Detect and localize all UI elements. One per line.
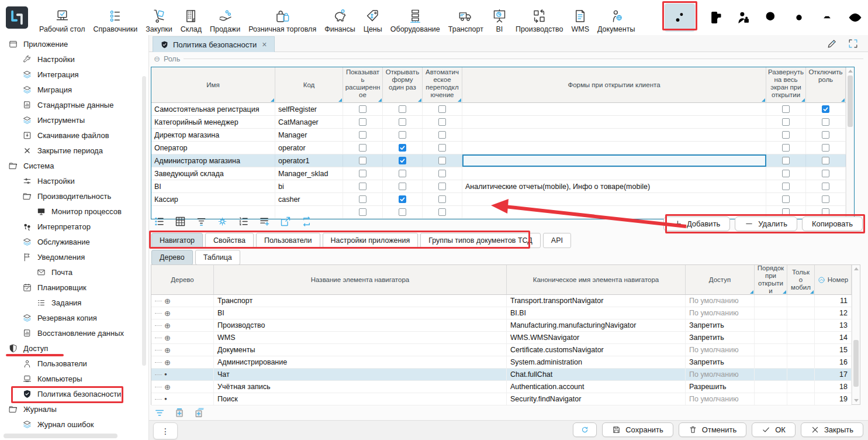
role-checkbox-cell[interactable] <box>766 116 806 128</box>
sidebar-vertical-scrollbar[interactable] <box>142 76 146 366</box>
checkbox[interactable] <box>438 144 446 152</box>
navigator-name-cell[interactable]: Документы <box>214 344 507 356</box>
role-checkbox-cell[interactable] <box>766 193 806 205</box>
user-lock-icon[interactable] <box>735 9 751 26</box>
order-cell[interactable] <box>755 393 787 405</box>
numbered-list-icon[interactable] <box>237 215 250 228</box>
toolbar-item-warehouse[interactable]: Склад <box>177 2 206 33</box>
fullscreen-icon[interactable] <box>848 38 859 49</box>
toolbar-item-transport[interactable]: Транспорт <box>444 2 487 33</box>
mobile-only-cell[interactable] <box>787 344 815 356</box>
checkbox[interactable] <box>399 170 406 177</box>
role-checkbox-cell[interactable] <box>806 193 846 205</box>
checkbox[interactable] <box>822 105 829 113</box>
access-cell[interactable]: По умолчанию <box>686 344 755 356</box>
checkbox[interactable] <box>359 195 366 203</box>
number-cell[interactable]: 15 <box>815 344 852 356</box>
mobile-only-cell[interactable] <box>787 356 815 368</box>
column-header[interactable]: Название элемента навигатора <box>214 265 507 294</box>
column-header[interactable]: Формы при открытии клиента <box>462 67 766 102</box>
tab-close-icon[interactable]: × <box>262 40 267 49</box>
checkbox[interactable] <box>782 131 790 139</box>
toolbar-item-production[interactable]: Производство <box>511 2 568 33</box>
delete-button[interactable]: Удалить <box>735 216 797 231</box>
checkbox[interactable] <box>399 195 406 203</box>
navigator-row[interactable]: ⊕BIBI.BIПо умолчанию12 <box>151 307 852 319</box>
view-tab[interactable]: Дерево <box>151 250 193 265</box>
list-view-icon[interactable] <box>153 215 165 228</box>
order-cell[interactable] <box>755 319 787 331</box>
sidebar-item[interactable]: Журналы <box>0 401 148 417</box>
role-name-cell[interactable]: Самостоятельная регистрация <box>151 103 275 115</box>
role-forms-cell[interactable] <box>462 103 766 115</box>
access-cell[interactable]: Запретить <box>686 332 755 343</box>
tree-cell[interactable]: ⊕ <box>151 356 214 368</box>
role-checkbox-cell[interactable] <box>423 116 462 128</box>
role-row[interactable]: Операторoperator <box>151 142 846 154</box>
role-row[interactable]: Кассирcasher <box>151 193 846 206</box>
edit-pencil-icon[interactable] <box>826 38 838 49</box>
navigator-row[interactable]: ●ПоискSecurity.findNavigatorПо умолчанию… <box>151 393 852 405</box>
navigator-row[interactable]: ●ЧатChat.fullChatПо умолчанию17 <box>151 369 852 381</box>
navigator-name-cell[interactable]: WMS <box>214 332 507 343</box>
expand-node-icon[interactable]: ⊕ <box>164 346 171 354</box>
role-forms-cell[interactable] <box>462 167 766 180</box>
toolbar-item-desktop[interactable]: Рабочий стол <box>35 2 89 33</box>
checkbox[interactable] <box>782 208 790 216</box>
role-checkbox-cell[interactable] <box>806 103 846 115</box>
role-checkbox-cell[interactable] <box>423 129 462 141</box>
settings-gears-icon[interactable] <box>665 4 695 32</box>
role-code-cell[interactable]: selfRegister <box>275 103 343 115</box>
navigator-row[interactable]: ⊕WMSWMS.WMSNavigatorЗапретить14 <box>151 332 852 344</box>
role-code-cell[interactable]: operator1 <box>275 154 343 167</box>
sidebar-item[interactable]: Резервная копия <box>0 310 148 325</box>
refresh-button[interactable] <box>573 422 597 437</box>
mobile-only-cell[interactable] <box>787 295 815 307</box>
role-checkbox-cell[interactable] <box>806 167 846 180</box>
checkbox[interactable] <box>359 118 366 126</box>
canonical-name-cell[interactable]: Certificate.customsNavigator <box>507 344 686 356</box>
detail-tab[interactable]: Свойства <box>205 233 254 248</box>
sidebar-item[interactable]: Приложение <box>0 36 148 51</box>
access-cell[interactable]: По умолчанию <box>686 393 755 405</box>
sidebar-item[interactable]: Закрытие периода <box>0 143 148 158</box>
order-cell[interactable] <box>755 381 787 393</box>
eye-icon[interactable] <box>847 9 863 26</box>
checkbox[interactable] <box>399 105 406 113</box>
expand-node-icon[interactable]: ⊕ <box>164 359 171 366</box>
tree-cell[interactable]: ⊕ <box>151 381 214 393</box>
column-header[interactable]: Дерево <box>151 265 214 294</box>
navigator-row[interactable]: ⊕ПроизводствоManufacturing.manufacturing… <box>151 319 852 332</box>
sidebar-item[interactable]: Монитор процессов <box>0 204 148 219</box>
role-checkbox-cell[interactable] <box>343 180 383 192</box>
checkbox[interactable] <box>822 183 829 190</box>
toolbar-item-directories[interactable]: Справочники <box>89 2 141 33</box>
checkbox[interactable] <box>782 157 790 164</box>
toolbar-item-purchases[interactable]: Закупки <box>141 2 177 33</box>
tree-cell[interactable]: ● <box>151 393 214 405</box>
role-name-cell[interactable]: Оператор <box>151 142 275 154</box>
number-cell[interactable]: 13 <box>815 319 852 331</box>
sidebar-item[interactable]: Настройки <box>0 51 148 67</box>
external-link-icon[interactable] <box>279 215 292 228</box>
role-checkbox-cell[interactable] <box>766 180 806 192</box>
navigator-row[interactable]: ⊕ДокументыCertificate.customsNavigatorПо… <box>151 344 852 356</box>
role-name-cell[interactable]: Категорийный менеджер <box>151 116 275 128</box>
sidebar-horizontal-scrollbar[interactable] <box>4 434 117 438</box>
expand-node-icon[interactable]: ⊕ <box>164 310 171 317</box>
access-cell[interactable]: Запретить <box>686 319 755 331</box>
role-checkbox-cell[interactable] <box>343 129 383 141</box>
tree-cell[interactable]: ● <box>151 369 214 380</box>
canonical-name-cell[interactable]: Chat.fullChat <box>507 369 686 380</box>
navigator-name-cell[interactable]: Транспорт <box>214 295 507 307</box>
sidebar-item[interactable]: Политика безопасности <box>0 386 148 401</box>
expand-node-icon[interactable]: ⊕ <box>164 322 171 329</box>
order-cell[interactable] <box>755 356 787 368</box>
role-checkbox-cell[interactable] <box>383 180 423 192</box>
checkbox[interactable] <box>399 118 406 126</box>
mobile-only-cell[interactable] <box>787 332 815 343</box>
checkbox[interactable] <box>782 170 790 177</box>
role-checkbox-cell[interactable] <box>383 129 423 141</box>
role-checkbox-cell[interactable] <box>383 167 423 180</box>
mobile-only-cell[interactable] <box>787 307 815 319</box>
